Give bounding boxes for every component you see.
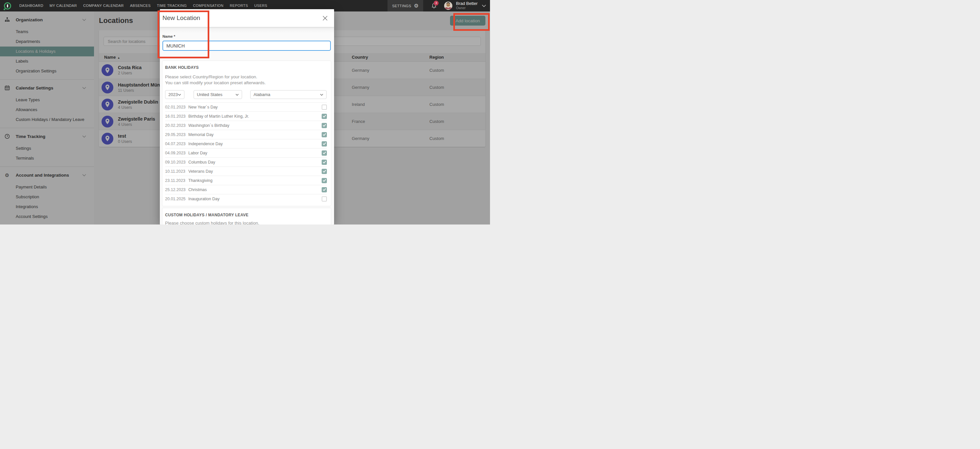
- holiday-name: Columbus Day: [188, 160, 215, 164]
- custom-holidays-panel: CUSTOM HOLIDAYS / MANDATORY LEAVE Please…: [162, 208, 331, 224]
- bank-holidays-panel: BANK HOLIDAYS Please select Country/Regi…: [162, 61, 331, 206]
- chevron-down-icon: [178, 94, 181, 96]
- holiday-checkbox[interactable]: [321, 150, 327, 156]
- holiday-name: Washington´s Birthday: [188, 123, 229, 128]
- holiday-row: 16.01.2023 Birthday of Martin Luther Kin…: [165, 111, 327, 121]
- holiday-row: 20.01.2025 Inauguration Day: [165, 194, 327, 203]
- holiday-name: Memorial Day: [188, 132, 213, 137]
- bank-holidays-title: BANK HOLIDAYS: [165, 65, 327, 70]
- holiday-name: Christmas: [188, 188, 207, 192]
- holiday-date: 04.09.2023: [165, 151, 188, 155]
- notifications-button[interactable]: 3: [431, 3, 437, 9]
- nav-item[interactable]: COMPANY CALENDAR: [83, 0, 124, 11]
- holiday-checkbox[interactable]: [321, 114, 327, 119]
- user-menu[interactable]: Brad Better Owner: [456, 1, 477, 10]
- holiday-row: 29.05.2023 Memorial Day: [165, 130, 327, 139]
- close-icon[interactable]: [321, 14, 329, 22]
- bank-holidays-instructions: Please select Country/Region for your lo…: [165, 74, 327, 86]
- checkmark-icon: [323, 133, 326, 136]
- holiday-checkbox[interactable]: [321, 196, 327, 202]
- holiday-date: 20.01.2025: [165, 197, 188, 201]
- holiday-date: 04.07.2023: [165, 142, 188, 146]
- holiday-checkbox[interactable]: [321, 178, 327, 183]
- holiday-name: Thanksgiving: [188, 178, 213, 183]
- checkmark-icon: [323, 188, 326, 191]
- avatar[interactable]: [444, 2, 452, 10]
- holiday-date: 20.02.2023: [165, 123, 188, 128]
- preset-selects: 2023 United States Alabama: [165, 90, 327, 99]
- chevron-down-icon[interactable]: [482, 5, 486, 7]
- holiday-date: 25.12.2023: [165, 188, 188, 192]
- notification-badge: 3: [434, 1, 439, 6]
- holiday-list: 02.01.2023 New Year´s Day 16.01.2023 Bir…: [165, 102, 327, 203]
- holiday-date: 09.10.2023: [165, 160, 188, 164]
- holiday-name: Veterans Day: [188, 169, 213, 174]
- custom-holidays-text: Please choose custom holidays for this l…: [165, 221, 327, 224]
- nav-item[interactable]: DASHBOARD: [19, 0, 43, 11]
- holiday-row: 23.11.2023 Thanksgiving: [165, 176, 327, 185]
- holiday-checkbox[interactable]: [321, 132, 327, 137]
- holiday-row: 10.11.2023 Veterans Day: [165, 167, 327, 176]
- settings-label: SETTINGS: [392, 4, 411, 8]
- holiday-date: 16.01.2023: [165, 114, 188, 119]
- name-field[interactable]: [162, 41, 331, 51]
- chevron-down-icon: [235, 94, 239, 96]
- holiday-name: New Year´s Day: [188, 105, 218, 110]
- checkmark-icon: [323, 115, 326, 118]
- holiday-checkbox[interactable]: [321, 105, 327, 110]
- holiday-name: Inauguration Day: [188, 197, 220, 201]
- holiday-row: 25.12.2023 Christmas: [165, 185, 327, 194]
- user-role: Owner: [456, 6, 477, 10]
- settings-gear-icon: ⚙: [414, 3, 418, 8]
- holiday-row: 04.07.2023 Independence Day: [165, 139, 327, 148]
- holiday-checkbox[interactable]: [321, 141, 327, 146]
- checkmark-icon: [323, 170, 326, 173]
- holiday-checkbox[interactable]: [321, 123, 327, 128]
- nav-item[interactable]: ABSENCES: [130, 0, 151, 11]
- checkmark-icon: [323, 124, 326, 127]
- country-select[interactable]: United States: [194, 90, 242, 99]
- checkmark-icon: [323, 161, 326, 164]
- holiday-name: Birthday of Martin Luther King, Jr.: [188, 114, 249, 119]
- holiday-row: 04.09.2023 Labor Day: [165, 148, 327, 157]
- modal-body: Name * BANK HOLIDAYS Please select Count…: [160, 27, 334, 224]
- checkmark-icon: [323, 142, 326, 145]
- logo-dot: [3, 8, 5, 10]
- settings-button[interactable]: SETTINGS ⚙: [388, 0, 423, 11]
- region-select[interactable]: Alabama: [250, 90, 326, 99]
- logo-bar: [7, 4, 8, 8]
- checkmark-icon: [323, 179, 326, 182]
- holiday-checkbox[interactable]: [321, 159, 327, 165]
- holiday-row: 20.02.2023 Washington´s Birthday: [165, 121, 327, 130]
- nav-right: SETTINGS ⚙ 3 Brad Better Owner: [388, 0, 490, 11]
- name-field-label: Name *: [162, 34, 331, 38]
- absence-logo-icon[interactable]: [4, 2, 11, 10]
- holiday-date: 29.05.2023: [165, 132, 188, 137]
- holiday-name: Independence Day: [188, 142, 223, 146]
- holiday-name: Labor Day: [188, 151, 207, 155]
- holiday-checkbox[interactable]: [321, 187, 327, 193]
- holiday-date: 10.11.2023: [165, 169, 188, 174]
- holiday-checkbox[interactable]: [321, 169, 327, 174]
- year-select[interactable]: 2023: [165, 90, 185, 99]
- checkmark-icon: [323, 151, 326, 154]
- modal-title: New Location: [162, 14, 200, 22]
- holiday-row: 09.10.2023 Columbus Day: [165, 157, 327, 167]
- modal-header: New Location: [160, 9, 334, 27]
- nav-item[interactable]: MY CALENDAR: [49, 0, 77, 11]
- holiday-date: 02.01.2023: [165, 105, 188, 110]
- avatar-image: [444, 2, 452, 10]
- user-name: Brad Better: [456, 1, 477, 6]
- custom-holidays-title: CUSTOM HOLIDAYS / MANDATORY LEAVE: [165, 213, 327, 217]
- holiday-row: 02.01.2023 New Year´s Day: [165, 102, 327, 111]
- holiday-date: 23.11.2023: [165, 178, 188, 183]
- chevron-down-icon: [320, 94, 323, 96]
- new-location-modal: New Location Name * BANK HOLIDAYS Please…: [160, 9, 334, 224]
